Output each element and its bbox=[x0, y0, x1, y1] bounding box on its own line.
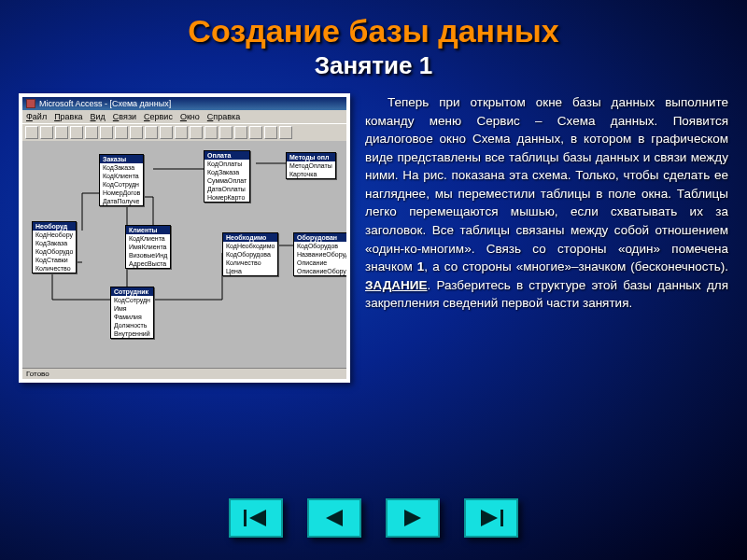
svg-marker-4 bbox=[481, 510, 498, 526]
table-field: КодОплаты bbox=[204, 160, 249, 168]
app-title: Microsoft Access - [Схема данных] bbox=[39, 99, 171, 108]
table-field: КодЗаказа bbox=[100, 163, 143, 172]
menu-item: Вид bbox=[91, 112, 106, 121]
table-header: Заказы bbox=[100, 155, 143, 163]
paragraph-part-1: Теперь при открытом окне базы данных вып… bbox=[365, 95, 728, 273]
table-header: Клиенты bbox=[126, 226, 170, 234]
table-field: Описание bbox=[294, 259, 346, 267]
toolbar-button bbox=[279, 126, 292, 139]
toolbar-button bbox=[175, 126, 188, 139]
table-header: Необоруд bbox=[33, 222, 76, 231]
toolbar-button bbox=[190, 126, 203, 139]
previous-slide-button[interactable] bbox=[307, 498, 361, 538]
paragraph-part-2: , а со стороны «многие»–значком (бесконе… bbox=[424, 259, 728, 273]
table-field: АдресВыста bbox=[126, 259, 170, 268]
db-table: ОборудованКодОборудовНазваниеОборудОписа… bbox=[293, 232, 346, 276]
toolbar-button bbox=[70, 126, 83, 139]
menu-item: Файл bbox=[26, 112, 47, 121]
table-field: МетодОплаты bbox=[287, 161, 335, 170]
app-toolbar bbox=[22, 123, 346, 141]
toolbar-button bbox=[25, 126, 38, 139]
table-field: КодКлиента bbox=[100, 172, 143, 180]
db-table: КлиентыКодКлиентаИмяКлиентаВизовыеИндАдр… bbox=[125, 225, 171, 269]
first-icon bbox=[242, 508, 270, 528]
table-field: Карточка bbox=[287, 170, 335, 178]
db-table: Методы оплМетодОплатыКарточка bbox=[286, 152, 336, 179]
table-field: НомерКарто bbox=[204, 193, 249, 202]
toolbar-button bbox=[100, 126, 113, 139]
table-field: Фамилия bbox=[111, 313, 153, 321]
table-field: КодНеобору bbox=[33, 231, 76, 239]
svg-rect-5 bbox=[500, 510, 503, 526]
slide-body-text: Теперь при открытом окне базы данных вып… bbox=[365, 93, 728, 383]
slide-subtitle: Занятие 1 bbox=[19, 51, 728, 80]
toolbar-button bbox=[145, 126, 158, 139]
embedded-screenshot: Microsoft Access - [Схема данных] ФайлПр… bbox=[19, 93, 350, 383]
table-field: Цена bbox=[223, 267, 277, 275]
svg-marker-3 bbox=[404, 510, 421, 526]
toolbar-button bbox=[249, 126, 262, 139]
schema-canvas: ЗаказыКодЗаказаКодКлиентаКодСотруднНомер… bbox=[22, 141, 346, 368]
table-field: КодКлиента bbox=[126, 234, 170, 243]
app-statusbar: Готово bbox=[22, 368, 346, 379]
table-field: НазваниеОборуд bbox=[294, 250, 346, 259]
toolbar-button bbox=[234, 126, 247, 139]
table-field: КодЗаказа bbox=[204, 168, 249, 176]
toolbar-button bbox=[204, 126, 218, 139]
table-header: Необходимо bbox=[223, 233, 277, 242]
table-field: КодСтавки bbox=[33, 256, 76, 264]
table-field: КодНеобходимо bbox=[223, 242, 277, 250]
db-table: СотрудникКодСотруднИмяФамилияДолжностьВн… bbox=[110, 287, 154, 339]
table-header: Оборудован bbox=[294, 233, 346, 242]
prev-icon bbox=[320, 508, 348, 528]
table-field: КодОборудо bbox=[33, 247, 76, 256]
nav-bar bbox=[229, 498, 518, 538]
db-table: ЗаказыКодЗаказаКодКлиентаКодСотруднНомер… bbox=[99, 154, 144, 206]
db-table: ОплатаКодОплатыКодЗаказаСуммаОплатДатаОп… bbox=[204, 150, 250, 203]
first-slide-button[interactable] bbox=[229, 498, 283, 538]
db-table: НеобходимоКодНеобходимоКодОборудоваКолич… bbox=[222, 232, 278, 276]
toolbar-button bbox=[55, 126, 68, 139]
table-field: КодОборудов bbox=[294, 242, 346, 250]
table-field: Должность bbox=[111, 321, 153, 329]
toolbar-button bbox=[160, 126, 173, 139]
toolbar-button bbox=[85, 126, 98, 139]
table-field: КодСотрудн bbox=[111, 296, 153, 304]
table-field: Внутренний bbox=[111, 329, 153, 338]
toolbar-button bbox=[264, 126, 277, 139]
table-field: ДатаОплаты bbox=[204, 185, 249, 193]
table-field: КодЗаказа bbox=[33, 239, 76, 247]
toolbar-button bbox=[115, 126, 128, 139]
menu-item: Справка bbox=[207, 112, 240, 121]
table-field: Имя bbox=[111, 304, 153, 313]
access-icon bbox=[26, 99, 35, 108]
task-label: ЗАДАНИЕ bbox=[365, 278, 428, 292]
table-field: Количество bbox=[33, 264, 76, 273]
next-slide-button[interactable] bbox=[386, 498, 440, 538]
menu-item: Правка bbox=[54, 112, 82, 121]
table-field: ОписаниеОбору bbox=[294, 267, 346, 275]
table-field: КодОборудова bbox=[223, 250, 277, 259]
menu-item: Связи bbox=[113, 112, 136, 121]
menu-item: Сервис bbox=[144, 112, 173, 121]
svg-rect-0 bbox=[244, 510, 247, 526]
next-icon bbox=[399, 508, 427, 528]
db-table: НеоборудКодНеоборуКодЗаказаКодОборудоКод… bbox=[32, 221, 77, 273]
menu-item: Окно bbox=[180, 112, 200, 121]
toolbar-button bbox=[219, 126, 233, 139]
table-field: ВизовыеИнд bbox=[126, 251, 170, 259]
table-header: Оплата bbox=[204, 151, 249, 160]
table-field: ИмяКлиента bbox=[126, 243, 170, 251]
table-header: Сотрудник bbox=[111, 287, 153, 296]
svg-marker-2 bbox=[326, 510, 343, 526]
table-field: НомерДогов bbox=[100, 189, 143, 197]
table-field: КодСотрудн bbox=[100, 180, 143, 189]
table-field: Количество bbox=[223, 259, 277, 267]
slide-title: Создание базы данных bbox=[19, 13, 728, 49]
table-field: СуммаОплат bbox=[204, 176, 249, 185]
last-slide-button[interactable] bbox=[464, 498, 518, 538]
toolbar-button bbox=[40, 126, 53, 139]
toolbar-button bbox=[130, 126, 143, 139]
svg-marker-1 bbox=[249, 510, 266, 526]
last-icon bbox=[477, 508, 505, 528]
